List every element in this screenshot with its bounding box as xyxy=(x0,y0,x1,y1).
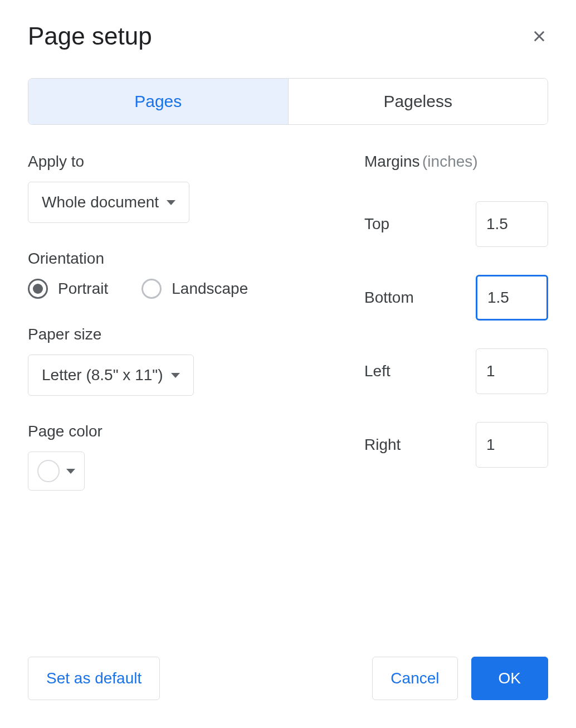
right-column: Margins (inches) Top Bottom Left Right xyxy=(364,153,548,517)
margin-bottom-input[interactable] xyxy=(476,275,548,321)
set-as-default-button[interactable]: Set as default xyxy=(28,657,160,700)
page-color-section: Page color xyxy=(28,423,342,491)
cancel-button[interactable]: Cancel xyxy=(372,657,457,700)
landscape-label: Landscape xyxy=(172,280,248,298)
dialog-title: Page setup xyxy=(28,22,152,50)
margin-top-label: Top xyxy=(364,215,389,233)
apply-to-label: Apply to xyxy=(28,153,342,171)
close-icon[interactable] xyxy=(530,27,548,45)
chevron-down-icon xyxy=(167,200,175,205)
tab-group: Pages Pageless xyxy=(28,78,548,125)
margin-left-label: Left xyxy=(364,362,390,380)
footer-right-buttons: Cancel OK xyxy=(372,657,548,700)
portrait-label: Portrait xyxy=(58,280,108,298)
paper-size-label: Paper size xyxy=(28,326,342,343)
paper-size-dropdown[interactable]: Letter (8.5" x 11") xyxy=(28,355,194,396)
margin-right-row: Right xyxy=(364,422,548,468)
margins-header: Margins (inches) xyxy=(364,153,548,171)
margin-right-label: Right xyxy=(364,436,401,454)
margin-left-row: Left xyxy=(364,348,548,394)
ok-button[interactable]: OK xyxy=(471,657,548,700)
tab-pages[interactable]: Pages xyxy=(28,79,289,124)
orientation-portrait-radio[interactable]: Portrait xyxy=(28,279,108,299)
margin-right-input[interactable] xyxy=(476,422,548,468)
paper-size-section: Paper size Letter (8.5" x 11") xyxy=(28,326,342,396)
orientation-radio-group: Portrait Landscape xyxy=(28,279,342,299)
apply-to-value: Whole document xyxy=(42,193,159,211)
radio-unchecked-icon xyxy=(141,279,162,299)
page-color-label: Page color xyxy=(28,423,342,440)
chevron-down-icon xyxy=(171,373,180,378)
dialog-header: Page setup xyxy=(28,22,548,50)
margin-bottom-label: Bottom xyxy=(364,289,414,307)
radio-checked-icon xyxy=(28,279,48,299)
margins-label: Margins xyxy=(364,153,420,170)
dialog-footer: Set as default Cancel OK xyxy=(28,657,548,700)
margins-unit: (inches) xyxy=(422,153,478,170)
margin-top-row: Top xyxy=(364,201,548,247)
orientation-label: Orientation xyxy=(28,250,342,268)
chevron-down-icon xyxy=(66,469,75,474)
paper-size-value: Letter (8.5" x 11") xyxy=(42,366,163,384)
color-swatch-icon xyxy=(37,460,60,482)
orientation-section: Orientation Portrait Landscape xyxy=(28,250,342,299)
apply-to-dropdown[interactable]: Whole document xyxy=(28,182,189,223)
page-color-dropdown[interactable] xyxy=(28,452,85,491)
left-column: Apply to Whole document Orientation Port… xyxy=(28,153,342,517)
margin-top-input[interactable] xyxy=(476,201,548,247)
orientation-landscape-radio[interactable]: Landscape xyxy=(141,279,248,299)
margin-bottom-row: Bottom xyxy=(364,275,548,321)
apply-to-section: Apply to Whole document xyxy=(28,153,342,223)
content-area: Apply to Whole document Orientation Port… xyxy=(28,153,548,517)
tab-pageless[interactable]: Pageless xyxy=(289,79,548,124)
margin-left-input[interactable] xyxy=(476,348,548,394)
